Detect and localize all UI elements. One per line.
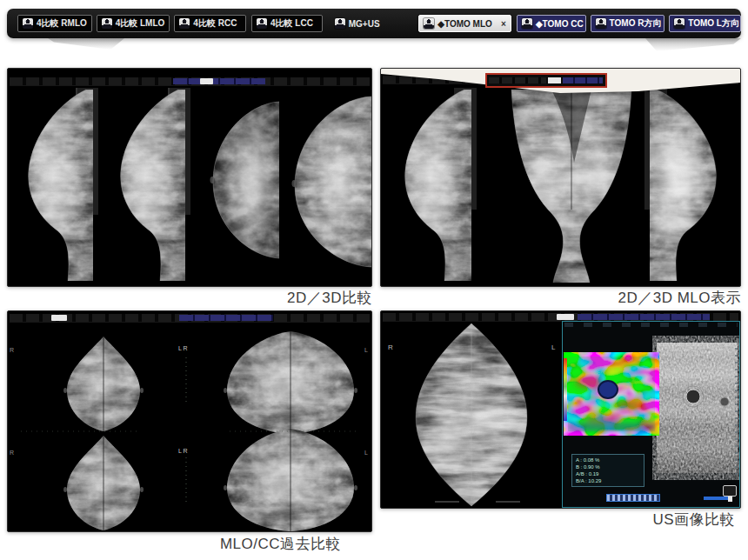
tab-tomo-mlo-selected[interactable]: ◆TOMO MLO × [418, 15, 511, 32]
elasto-color-scale [564, 358, 567, 421]
caption-mlocc-prior: MLO/CC過去比較 [7, 534, 341, 554]
mini-toolbar [10, 77, 370, 86]
mini-tab-group [489, 77, 546, 83]
mini-dropdown [557, 314, 574, 320]
mini-tab-selected [51, 315, 67, 321]
mlo-view-2 [116, 88, 190, 283]
screenshot-us-compare: R L [380, 310, 741, 509]
orientation-marker: L R [178, 448, 188, 454]
person-icon [522, 18, 532, 29]
mini-tab-group [563, 77, 603, 83]
person-icon [179, 18, 190, 29]
mini-text [435, 501, 459, 503]
screenshot-2d3d-mlo [380, 68, 741, 287]
close-icon[interactable]: × [498, 19, 506, 29]
orientation-marker: L [551, 343, 556, 351]
mammogram-mlo-images [381, 88, 740, 284]
orientation-marker: R [10, 450, 14, 456]
viewer-tab-bar: 4比較 RMLO 4比較 LMLO 4比較 RCC 4比較 LCC MG+US … [7, 9, 741, 38]
person-icon [596, 18, 606, 29]
tab-4hikaku-lmlo[interactable]: 4比較 LMLO [97, 15, 170, 32]
tab-4hikaku-lcc[interactable]: 4比較 LCC [251, 15, 323, 32]
depth-scale-ticks [735, 348, 738, 477]
person-icon [335, 18, 345, 29]
measurement-readout: A : 0.08 % B : 0.90 % A/B : 0.19 B/A : 1… [571, 454, 644, 487]
person-icon [23, 18, 33, 29]
mini-tab-group [578, 314, 710, 320]
mini-tab-selected [200, 78, 213, 84]
measurement-line: A/B : 0.19 [576, 470, 640, 477]
mammogram-mlo-pair: R L [383, 322, 560, 508]
tab-label: 4比較 LCC [270, 17, 313, 30]
orientation-marker: L [364, 450, 368, 456]
measurement-line: B : 0.90 % [576, 463, 640, 470]
control-knob-icon[interactable] [723, 485, 737, 497]
mammogram-2d3d-images [8, 88, 371, 284]
cc-view-2 [291, 93, 371, 269]
person-icon [102, 18, 112, 29]
page-curl-shadow [48, 38, 124, 50]
tab-mg-us[interactable]: MG+US [331, 15, 384, 32]
ultrasound-panel: A : 0.08 % B : 0.90 % A/B : 0.19 B/A : 1… [562, 321, 740, 508]
person-icon [424, 18, 434, 29]
tab-label: ◆TOMO CC [536, 19, 584, 29]
orientation-marker: R [388, 343, 393, 351]
mammogram-prior-images: L R L R R R L L [8, 323, 371, 532]
mlo-view-right [644, 88, 721, 283]
page-curl-shadow [645, 38, 741, 51]
selected-thumbnail-strip[interactable] [606, 494, 660, 502]
mini-tab-selected [548, 77, 561, 83]
cc-pair-large [224, 328, 357, 437]
caption-us-compare: US画像比較 [380, 510, 735, 530]
tab-tomo-l[interactable]: TOMO L方向 [669, 15, 741, 32]
person-icon [257, 18, 267, 29]
tab-label: 4比較 RCC [193, 17, 237, 30]
tab-label: MG+US [349, 19, 380, 29]
orientation-marker: L R [178, 345, 188, 351]
caption-2d3d-compare: 2D／3D比較 [7, 288, 372, 308]
highlight-box [485, 73, 607, 88]
screenshot-2d3d-compare [7, 68, 372, 287]
cc-pair-small [63, 333, 144, 439]
tab-label: 4比較 RMLO [37, 17, 87, 30]
mini-text [496, 501, 520, 503]
mini-tab-group [173, 78, 265, 84]
measurement-line: B/A : 10.29 [576, 477, 640, 484]
tab-label: TOMO R方向 [610, 17, 662, 30]
mlo-view-1 [23, 88, 98, 283]
tab-tomo-cc[interactable]: ◆TOMO CC [517, 15, 586, 32]
tab-4hikaku-rmlo[interactable]: 4比較 RMLO [17, 15, 92, 32]
tab-label: 4比較 LMLO [116, 17, 165, 30]
mlo-pair-view [508, 88, 635, 284]
screenshot-mlocc-prior: L R L R R R L L [7, 310, 372, 532]
cine-slider[interactable] [704, 497, 730, 500]
orientation-marker: L [364, 347, 368, 353]
mlo-view-left [400, 88, 477, 283]
measurement-line: A : 0.08 % [576, 457, 640, 463]
tab-4hikaku-rcc[interactable]: 4比較 RCC [174, 15, 246, 32]
tab-label: TOMO L方向 [688, 17, 739, 30]
mini-tab-group [179, 315, 273, 321]
person-icon [674, 18, 685, 29]
mini-toolbar [10, 314, 370, 323]
tab-label: ◆TOMO MLO [437, 19, 492, 29]
elastography-image [564, 357, 655, 431]
orientation-marker: R [10, 347, 14, 353]
brochure-page: 4比較 RMLO 4比較 LMLO 4比較 RCC 4比較 LCC MG+US … [0, 0, 748, 560]
tab-tomo-r[interactable]: TOMO R方向 [591, 15, 665, 32]
cc-view-1 [210, 98, 283, 262]
bmode-image [657, 343, 738, 473]
caption-2d3d-mlo: 2D／3D MLO表示 [380, 288, 741, 308]
